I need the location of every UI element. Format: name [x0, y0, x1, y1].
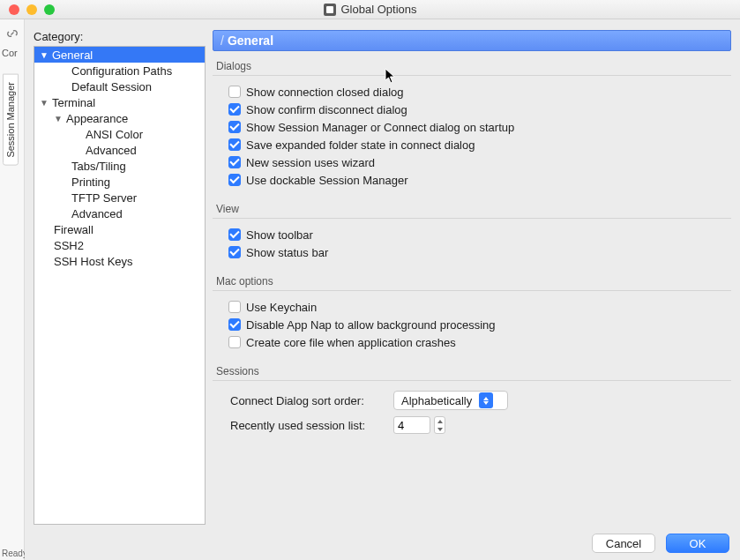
checkbox-label: Create core file when application crashe… [246, 336, 456, 349]
category-label: Category: [34, 30, 83, 43]
stepper-down-icon[interactable] [435, 425, 445, 433]
checkbox-label: Show status bar [246, 246, 328, 259]
stepper-buttons[interactable] [434, 416, 445, 434]
titlebar: Global Options [0, 0, 740, 19]
sort-order-value: Alphabetically [401, 394, 472, 407]
disclosure-down-icon: ▼ [52, 114, 64, 123]
window-title: Global Options [0, 3, 740, 16]
section-dialogs-title: Dialogs [213, 55, 731, 75]
updown-arrow-icon [479, 392, 493, 408]
divider [213, 290, 731, 291]
pane-header: /General [213, 30, 731, 51]
sort-order-label: Connect Dialog sort order: [230, 394, 385, 407]
section-sessions-title: Sessions [213, 360, 731, 380]
checkbox-use-dockable-sm[interactable] [228, 174, 241, 186]
divider [213, 75, 731, 76]
tree-item-default-session[interactable]: Default Session [34, 78, 205, 94]
tree-item-advanced-appearance[interactable]: Advanced [34, 142, 205, 158]
global-options-dialog: Category: ▼General Configuration Paths D… [25, 19, 740, 560]
close-window-button[interactable] [9, 4, 19, 15]
tree-item-config-paths[interactable]: Configuration Paths [34, 63, 205, 78]
checkbox-label: New session uses wizard [246, 156, 375, 169]
divider [213, 380, 731, 381]
checkbox-label: Use dockable Session Manager [246, 174, 408, 187]
left-toolbar: Cor Session Manager Ready [0, 19, 25, 560]
pane-title: General [228, 34, 273, 48]
checkbox-label: Save expanded folder state in connect di… [246, 138, 475, 152]
recently-used-label: Recently used session list: [230, 419, 385, 432]
options-content: /General Dialogs Show connection closed … [213, 30, 731, 525]
checkbox-show-status-bar[interactable] [228, 246, 241, 258]
tree-item-terminal[interactable]: ▼Terminal [34, 94, 205, 110]
link-icon[interactable] [4, 25, 21, 42]
category-tree[interactable]: ▼General Configuration Paths Default Ses… [34, 46, 206, 525]
cancel-button[interactable]: Cancel [592, 534, 655, 553]
checkbox-show-conn-closed[interactable] [228, 86, 241, 98]
checkbox-label: Use Keychain [246, 301, 317, 314]
zoom-window-button[interactable] [44, 4, 55, 15]
stepper-up-icon[interactable] [435, 417, 445, 425]
section-mac-title: Mac options [213, 270, 731, 290]
section-view-title: View [213, 198, 731, 218]
checkbox-label: Show connection closed dialog [246, 86, 404, 99]
checkbox-new-session-wizard[interactable] [228, 156, 241, 168]
section-mac: Use Keychain Disable App Nap to allow ba… [213, 296, 731, 360]
tree-item-ssh-host-keys[interactable]: SSH Host Keys [34, 253, 205, 269]
checkbox-show-toolbar[interactable] [228, 228, 241, 241]
window-title-text: Global Options [341, 3, 417, 16]
checkbox-label: Show toolbar [246, 228, 313, 242]
section-dialogs: Show connection closed dialog Show confi… [213, 81, 731, 198]
tree-item-general[interactable]: ▼General [34, 47, 205, 63]
cor-label: Cor [0, 48, 24, 58]
checkbox-label: Disable App Nap to allow background proc… [246, 318, 496, 332]
checkbox-confirm-disconnect[interactable] [228, 103, 241, 116]
tree-item-advanced-terminal[interactable]: Advanced [34, 205, 205, 221]
section-view: Show toolbar Show status bar [213, 224, 731, 270]
disclosure-down-icon: ▼ [38, 98, 50, 108]
session-manager-tab[interactable]: Session Manager [3, 74, 19, 166]
app-icon [324, 4, 336, 16]
checkbox-show-sm-on-startup[interactable] [228, 121, 241, 133]
sort-order-select[interactable]: Alphabetically [393, 391, 508, 410]
recently-used-input[interactable] [393, 416, 430, 434]
checkbox-use-keychain[interactable] [228, 301, 241, 313]
tree-item-tabs-tiling[interactable]: Tabs/Tiling [34, 158, 205, 174]
tree-item-printing[interactable]: Printing [34, 174, 205, 190]
checkbox-create-core-file[interactable] [228, 336, 241, 348]
tree-item-ansi-color[interactable]: ANSI Color [34, 126, 205, 142]
ok-button[interactable]: OK [666, 534, 729, 553]
checkbox-disable-app-nap[interactable] [228, 318, 241, 331]
tree-item-ssh2[interactable]: SSH2 [34, 237, 205, 253]
checkbox-label: Show Session Manager or Connect dialog o… [246, 121, 514, 134]
checkbox-label: Show confirm disconnect dialog [246, 103, 407, 116]
tree-item-appearance[interactable]: ▼Appearance [34, 110, 205, 126]
minimize-window-button[interactable] [26, 4, 37, 15]
tree-item-tftp-server[interactable]: TFTP Server [34, 190, 205, 205]
recently-used-stepper [393, 416, 445, 434]
disclosure-down-icon: ▼ [38, 50, 50, 60]
checkbox-save-expanded-folder[interactable] [228, 138, 241, 151]
dialog-footer: Cancel OK [592, 534, 729, 553]
section-sessions: Connect Dialog sort order: Alphabeticall… [213, 386, 731, 446]
divider [213, 218, 731, 219]
tree-item-firewall[interactable]: Firewall [34, 221, 205, 237]
status-ready: Ready [2, 549, 27, 558]
window-controls [9, 4, 55, 15]
